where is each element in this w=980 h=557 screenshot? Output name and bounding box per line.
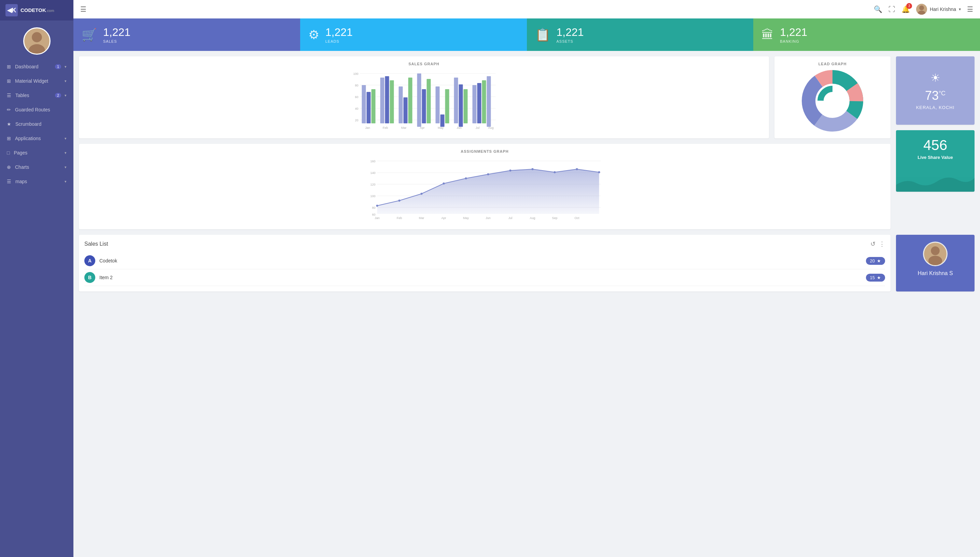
svg-point-71 [554, 171, 556, 173]
search-icon[interactable]: 🔍 [874, 5, 882, 13]
sidebar-logo[interactable]: ◀K CODETOK.com [0, 0, 73, 21]
chart-right-column: ☀ 73°C KERALA, KOCHI 456 Live Share Valu… [896, 56, 975, 229]
svg-text:Jul: Jul [475, 126, 480, 130]
notifications-button[interactable]: 🔔 3 [902, 5, 910, 13]
dashboard-icon: ⊞ [7, 64, 11, 69]
svg-rect-33 [464, 89, 468, 123]
sidebar: ◀K CODETOK.com ⊞ Dashboard 1 ▾ [0, 0, 73, 557]
weather-temperature: 73°C [925, 88, 946, 103]
svg-text:Aug: Aug [488, 126, 493, 130]
svg-text:100: 100 [353, 72, 358, 75]
svg-point-66 [443, 182, 445, 184]
charts-icon: ⊕ [7, 164, 11, 170]
dashboard-badge: 1 [55, 64, 61, 69]
topbar: ☰ 🔍 ⛶ 🔔 3 Hari Krishna ▾ ☰ [73, 0, 980, 18]
sidebar-avatar-area [23, 21, 50, 59]
sidebar-item-maps[interactable]: ☰ maps ▾ [0, 174, 73, 189]
svg-rect-23 [404, 98, 408, 123]
sales-item-name: Codetok [99, 258, 117, 264]
stat-card-banking: 🏛 1,221 BANKING [753, 18, 980, 51]
sales-logo: B [84, 272, 95, 283]
sidebar-item-label: Material Widget [15, 78, 48, 84]
svg-text:Apr: Apr [441, 216, 446, 220]
scrumboard-icon: ★ [7, 121, 11, 127]
svg-point-68 [487, 173, 489, 175]
weather-icon: ☀ [930, 72, 940, 85]
svg-text:May: May [438, 126, 444, 130]
sidebar-item-applications[interactable]: ⊞ Applications ▾ [0, 131, 73, 146]
star-icon: ★ [877, 275, 881, 280]
svg-text:140: 140 [370, 171, 375, 174]
svg-text:Mar: Mar [419, 216, 424, 220]
svg-text:160: 160 [370, 160, 375, 163]
svg-text:Mar: Mar [401, 126, 407, 130]
material-widget-icon: ⊞ [7, 78, 11, 84]
sidebar-item-scrumboard[interactable]: ★ Scrumboard [0, 117, 73, 131]
share-wave-svg [896, 171, 975, 192]
sales-graph-svg: 100 80 60 40 20 [84, 70, 764, 132]
sidebar-item-material-widget[interactable]: ⊞ Material Widget ▾ [0, 74, 73, 88]
svg-text:Jun: Jun [456, 126, 462, 130]
sales-list-title: Sales List [84, 241, 108, 247]
stats-row: 🛒 1,221 SALES ⚙ 1,221 LEADS 📋 1,221 ASSE… [73, 18, 980, 51]
svg-rect-19 [380, 78, 385, 123]
logo-icon: ◀K [5, 4, 18, 16]
sales-item-left: A Codetok [84, 255, 117, 266]
fullscreen-icon[interactable]: ⛶ [889, 5, 895, 13]
sales-item-left: B Item 2 [84, 272, 113, 283]
lead-graph-title: LEAD GRAPH [780, 62, 885, 66]
sidebar-item-guarded-routes[interactable]: ✏ Guarded Routes [0, 103, 73, 117]
pages-icon: □ [7, 150, 10, 155]
svg-rect-25 [417, 73, 421, 127]
stat-card-sales: 🛒 1,221 SALES [73, 18, 300, 51]
svg-point-70 [532, 168, 534, 170]
svg-rect-34 [472, 85, 477, 123]
svg-rect-31 [454, 78, 458, 123]
tables-icon: ☰ [7, 93, 11, 98]
svg-rect-29 [440, 114, 445, 127]
sidebar-item-dashboard[interactable]: ⊞ Dashboard 1 ▾ [0, 59, 73, 74]
sidebar-item-pages[interactable]: □ Pages ▾ [0, 146, 73, 160]
refresh-icon[interactable]: ↺ [870, 240, 876, 248]
svg-text:Oct: Oct [574, 216, 579, 220]
profile-card: Hari Krishna S [896, 235, 975, 292]
svg-text:120: 120 [370, 183, 375, 186]
profile-name: Hari Krishna S [918, 270, 953, 277]
svg-text:Jan: Jan [365, 126, 370, 130]
logo-text: CODETOK.com [21, 7, 54, 13]
banking-value: 1,221 [780, 26, 807, 39]
sales-list-actions: ↺ ⋮ [870, 240, 885, 248]
svg-rect-24 [408, 78, 412, 123]
lead-graph-svg [780, 70, 885, 132]
more-menu-icon[interactable]: ☰ [967, 5, 973, 13]
live-share-value: 456 [902, 137, 969, 153]
sidebar-item-charts[interactable]: ⊕ Charts ▾ [0, 160, 73, 174]
user-avatar [916, 4, 927, 15]
svg-point-85 [931, 246, 940, 255]
sales-label: SALES [103, 39, 130, 43]
svg-point-73 [598, 171, 600, 173]
weather-unit: °C [939, 90, 946, 97]
svg-point-67 [465, 178, 467, 179]
nav-items: ⊞ Dashboard 1 ▾ ⊞ Material Widget ▾ ☰ Ta… [0, 59, 73, 195]
sidebar-item-label: Applications [15, 136, 41, 141]
user-menu[interactable]: Hari Krishna ▾ [916, 4, 961, 15]
svg-rect-30 [445, 89, 449, 123]
sales-value: 1,221 [103, 26, 130, 39]
svg-text:60: 60 [372, 213, 375, 216]
live-share-card: 456 Live Share Value [896, 130, 975, 192]
sidebar-item-tables[interactable]: ☰ Tables 2 ▾ [0, 88, 73, 103]
user-dropdown-arrow: ▾ [959, 7, 961, 11]
sidebar-item-label: Scrumboard [15, 121, 41, 127]
svg-rect-18 [372, 89, 376, 123]
assets-label: ASSETS [557, 39, 584, 43]
menu-icon[interactable]: ☰ [80, 5, 86, 13]
charts-top-row: SALES GRAPH 100 80 60 40 20 [79, 56, 891, 138]
svg-text:60: 60 [355, 95, 358, 99]
chart-left-column: SALES GRAPH 100 80 60 40 20 [79, 56, 891, 229]
assets-icon: 📋 [535, 28, 550, 42]
more-options-icon[interactable]: ⋮ [879, 240, 885, 248]
svg-text:80: 80 [355, 84, 358, 87]
svg-rect-26 [422, 89, 426, 123]
sales-score-badge: 15 ★ [866, 274, 885, 282]
